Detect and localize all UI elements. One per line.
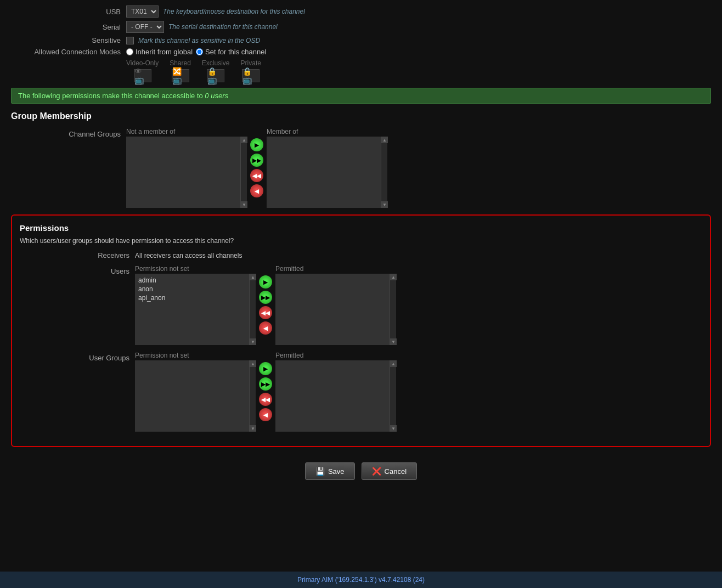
- group-membership-title: Group Membership: [11, 111, 711, 121]
- users-move-right-button[interactable]: ▶: [259, 275, 272, 289]
- user-groups-permitted-scroll-down[interactable]: ▼: [390, 425, 397, 432]
- receivers-row: Receivers All receivers can access all c…: [20, 251, 702, 259]
- member-of-scroll-up[interactable]: ▲: [381, 137, 388, 143]
- permissions-banner: The following permissions make this chan…: [11, 88, 711, 104]
- users-permitted-scroll-down[interactable]: ▼: [390, 338, 397, 345]
- not-member-of-container: Not a member of ▲ ▼: [126, 128, 247, 208]
- exclusive-mode: Exclusive 🔒📺: [202, 59, 230, 82]
- users-not-permitted-listbox[interactable]: adminanonapi_anon ▲ ▼: [135, 274, 256, 345]
- serial-select[interactable]: - OFF -: [126, 21, 164, 33]
- private-mode: Private 🔒📺: [241, 59, 261, 82]
- user-groups-move-all-left-button[interactable]: ◀◀: [259, 393, 272, 406]
- user-groups-permitted-list[interactable]: [275, 360, 390, 432]
- users-scroll-up[interactable]: ▲: [250, 274, 256, 280]
- cancel-button[interactable]: ❌ Cancel: [362, 462, 417, 480]
- usb-row: USB TX01 The keyboard/mouse destination …: [11, 5, 711, 18]
- user-groups-move-right-button[interactable]: ▶: [259, 362, 272, 375]
- private-label: Private: [241, 59, 261, 67]
- member-of-scroll: ▲ ▼: [381, 137, 387, 208]
- user-groups-listbox-pair: Permission not set ▲ ▼ ▶ ▶▶ ◀◀ ◀: [135, 352, 396, 432]
- member-of-scroll-down[interactable]: ▼: [381, 201, 388, 208]
- usb-hint: The keyboard/mouse destination for this …: [163, 8, 305, 15]
- cancel-label: Cancel: [385, 467, 407, 476]
- user-groups-move-all-right-button[interactable]: ▶▶: [259, 377, 272, 391]
- user-groups-row: User Groups Permission not set ▲ ▼ ▶ ▶▶: [20, 352, 702, 432]
- not-member-scroll: ▲ ▼: [240, 137, 247, 208]
- permissions-banner-prefix: The following permissions make this chan…: [18, 92, 205, 100]
- move-right-button[interactable]: ▶: [250, 138, 263, 151]
- users-move-all-right-button[interactable]: ▶▶: [259, 291, 272, 304]
- not-member-of-listbox[interactable]: ▲ ▼: [126, 137, 247, 208]
- user-groups-not-permitted-list[interactable]: [135, 360, 249, 432]
- users-move-all-left-button[interactable]: ◀◀: [259, 306, 272, 319]
- user-groups-scroll-down[interactable]: ▼: [250, 425, 256, 432]
- video-only-label: Video-Only: [126, 59, 159, 67]
- permissions-title: Permissions: [20, 223, 702, 233]
- user-groups-move-left-button[interactable]: ◀: [259, 408, 272, 421]
- shared-mode: Shared 🔀📺: [170, 59, 191, 82]
- receivers-value: All receivers can access all channels: [135, 252, 242, 259]
- users-scroll-down[interactable]: ▼: [250, 338, 256, 345]
- connection-modes-radio-group: Inherit from global Set for this channel: [126, 48, 266, 56]
- serial-label: Serial: [11, 23, 121, 31]
- channel-groups-transfer-buttons: ▶ ▶▶ ◀◀ ◀: [250, 138, 263, 197]
- move-all-right-button[interactable]: ▶▶: [250, 154, 263, 167]
- usb-label: USB: [11, 8, 121, 16]
- list-item[interactable]: api_anon: [137, 293, 247, 302]
- users-not-permitted-container: Permission not set adminanonapi_anon ▲ ▼: [135, 265, 256, 345]
- users-permitted-scroll-up[interactable]: ▲: [390, 274, 397, 280]
- set-channel-radio[interactable]: [196, 48, 203, 55]
- set-for-channel-option[interactable]: Set for this channel: [196, 48, 266, 56]
- save-button[interactable]: 💾 Save: [305, 462, 355, 480]
- user-groups-permitted-listbox[interactable]: ▲ ▼: [275, 360, 396, 432]
- not-member-of-list[interactable]: [126, 137, 240, 208]
- inherit-radio[interactable]: [126, 48, 133, 55]
- users-not-permitted-scroll: ▲ ▼: [249, 274, 256, 345]
- sensitive-row: Sensitive Mark this channel as sensitive…: [11, 36, 711, 44]
- inherit-label: Inherit from global: [136, 48, 193, 56]
- users-permitted-listbox[interactable]: ▲ ▼: [275, 274, 396, 345]
- permissions-box: Permissions Which users/user groups shou…: [11, 214, 711, 447]
- allowed-connection-modes-row: Allowed Connection Modes Inherit from gl…: [11, 48, 711, 56]
- users-label: Users: [20, 265, 129, 275]
- member-of-list[interactable]: [267, 137, 381, 208]
- users-permitted-label: Permitted: [275, 265, 303, 273]
- member-of-container: Member of ▲ ▼: [267, 128, 387, 208]
- move-left-button[interactable]: ◀: [250, 184, 263, 197]
- member-of-listbox[interactable]: ▲ ▼: [267, 137, 387, 208]
- not-member-scroll-up[interactable]: ▲: [241, 137, 247, 143]
- exclusive-icon: 🔒📺: [207, 69, 224, 82]
- user-groups-not-permitted-scroll: ▲ ▼: [249, 360, 256, 432]
- serial-row: Serial - OFF - The serial destination fo…: [11, 21, 711, 33]
- user-groups-scroll-up[interactable]: ▲: [250, 360, 256, 367]
- private-icon: 🔒📺: [242, 69, 260, 82]
- permissions-subtitle: Which users/user groups should have perm…: [20, 237, 702, 245]
- users-not-permitted-list[interactable]: adminanonapi_anon: [135, 274, 249, 345]
- channel-groups-label: Channel Groups: [11, 128, 121, 138]
- footer-bar: Primary AIM ('169.254.1.3') v4.7.42108 (…: [0, 572, 722, 588]
- usb-select[interactable]: TX01: [126, 5, 159, 18]
- move-all-left-button[interactable]: ◀◀: [250, 169, 263, 182]
- user-groups-permitted-scroll: ▲ ▼: [390, 360, 396, 432]
- user-groups-permitted-container: Permitted ▲ ▼: [275, 352, 396, 432]
- users-permitted-container: Permitted ▲ ▼: [275, 265, 396, 345]
- video-only-mode: Video-Only 👁📺: [126, 59, 159, 82]
- receivers-label: Receivers: [20, 251, 129, 259]
- list-item[interactable]: anon: [137, 285, 247, 293]
- inherit-from-global-option[interactable]: Inherit from global: [126, 48, 193, 56]
- serial-value: - OFF - The serial destination for this …: [126, 21, 278, 33]
- top-form-rows: USB TX01 The keyboard/mouse destination …: [11, 5, 711, 82]
- users-permitted-list[interactable]: [275, 274, 390, 345]
- user-groups-not-permitted-listbox[interactable]: ▲ ▼: [135, 360, 256, 432]
- user-groups-permitted-scroll-up[interactable]: ▲: [390, 360, 397, 367]
- sensitive-checkbox[interactable]: [126, 37, 134, 44]
- list-item[interactable]: admin: [137, 276, 247, 285]
- user-groups-not-permitted-container: Permission not set ▲ ▼: [135, 352, 256, 432]
- exclusive-label: Exclusive: [202, 59, 230, 67]
- action-buttons: 💾 Save ❌ Cancel: [11, 455, 711, 483]
- users-move-left-button[interactable]: ◀: [259, 321, 272, 335]
- user-groups-label: User Groups: [20, 352, 129, 362]
- user-groups-transfer-buttons: ▶ ▶▶ ◀◀ ◀: [259, 362, 272, 421]
- connection-mode-icons-row: Video-Only 👁📺 Shared 🔀📺 Exclusive 🔒📺 Pri…: [126, 59, 711, 82]
- not-member-scroll-down[interactable]: ▼: [241, 201, 247, 208]
